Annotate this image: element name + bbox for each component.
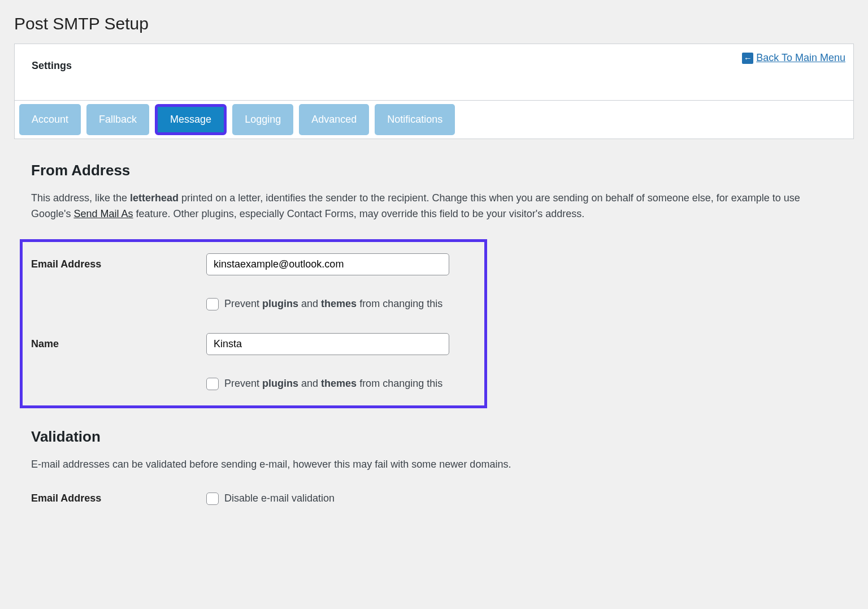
tab-account[interactable]: Account [19, 104, 81, 135]
email-address-row: Email Address [31, 253, 476, 275]
desc-text: feature. Other plugins, especially Conta… [133, 208, 585, 219]
tab-fallback[interactable]: Fallback [86, 104, 149, 135]
tab-logging[interactable]: Logging [232, 104, 293, 135]
prevent-bold-themes: themes [321, 378, 357, 389]
prevent-email-override-row: Prevent plugins and themes from changing… [206, 298, 476, 310]
prevent-text: from changing this [357, 298, 442, 309]
email-address-input[interactable] [206, 253, 449, 275]
prevent-text: and [298, 298, 321, 309]
prevent-bold-plugins: plugins [262, 378, 298, 389]
validation-email-label: Email Address [31, 493, 206, 504]
prevent-text: and [298, 378, 321, 389]
tab-notifications[interactable]: Notifications [375, 104, 455, 135]
back-link-text[interactable]: Back To Main Menu [756, 52, 845, 64]
disable-email-validation-checkbox[interactable] [206, 493, 219, 505]
prevent-name-override-checkbox[interactable] [206, 378, 219, 390]
name-label: Name [31, 338, 206, 350]
tab-message-highlight: Message [155, 104, 227, 135]
tabs-container: Account Fallback Message Logging Advance… [14, 101, 854, 139]
content-area: From Address This address, like the lett… [0, 139, 868, 516]
name-row: Name [31, 333, 476, 355]
from-address-heading: From Address [31, 162, 837, 179]
desc-text: This address, like the [31, 192, 130, 204]
prevent-email-override-label: Prevent plugins and themes from changing… [224, 298, 442, 310]
back-arrow-icon: ← [742, 53, 753, 64]
email-address-label: Email Address [31, 258, 206, 270]
desc-bold-letterhead: letterhead [130, 192, 179, 204]
settings-header-panel: ← Back To Main Menu Settings [14, 44, 854, 101]
prevent-bold-plugins: plugins [262, 298, 298, 309]
name-input[interactable] [206, 333, 449, 355]
prevent-text: Prevent [224, 298, 262, 309]
prevent-bold-themes: themes [321, 298, 357, 309]
prevent-text: from changing this [357, 378, 442, 389]
prevent-email-override-checkbox[interactable] [206, 298, 219, 310]
settings-label: Settings [32, 60, 72, 71]
validation-heading: Validation [31, 428, 837, 446]
validation-description: E-mail addresses can be validated before… [31, 457, 837, 473]
disable-email-validation-label: Disable e-mail validation [224, 493, 335, 504]
back-to-main-menu-link[interactable]: ← Back To Main Menu [742, 52, 845, 64]
send-mail-as-link[interactable]: Send Mail As [73, 208, 133, 219]
tab-message[interactable]: Message [158, 107, 224, 132]
from-address-description: This address, like the letterhead printe… [31, 191, 837, 222]
page-title: Post SMTP Setup [0, 0, 868, 44]
prevent-name-override-label: Prevent plugins and themes from changing… [224, 378, 442, 390]
prevent-name-override-row: Prevent plugins and themes from changing… [206, 378, 476, 390]
validation-email-row: Email Address Disable e-mail validation [31, 493, 837, 505]
from-address-highlighted-group: Email Address Prevent plugins and themes… [20, 239, 487, 408]
tab-advanced[interactable]: Advanced [299, 104, 369, 135]
validation-section: Validation E-mail addresses can be valid… [31, 428, 837, 505]
disable-validation-wrap: Disable e-mail validation [206, 493, 335, 505]
prevent-text: Prevent [224, 378, 262, 389]
